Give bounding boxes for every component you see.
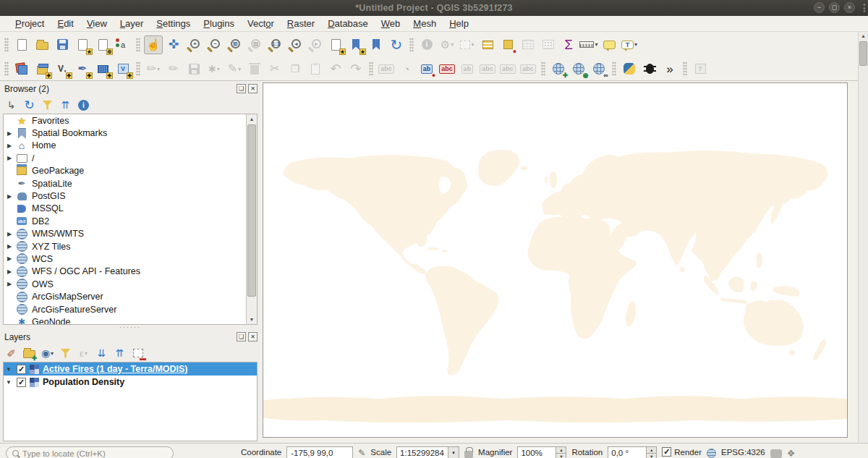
minimize-button[interactable]: − (814, 2, 825, 13)
expand-arrow-icon[interactable]: ▶ (7, 231, 16, 237)
browser-item-home[interactable]: ▶Home (4, 140, 257, 152)
browser-close-button[interactable] (248, 84, 258, 93)
expand-arrow-icon[interactable]: ▶ (7, 281, 16, 287)
browser-scrollbar[interactable]: ▲ ▼ (246, 114, 257, 324)
toolbar-grip[interactable] (136, 62, 140, 76)
measure-line-icon[interactable]: ▾ (579, 35, 598, 54)
text-annotation-icon[interactable]: T▾ (620, 35, 639, 54)
layer-labeling-options-icon[interactable]: ab● (417, 59, 436, 78)
add-selected-layers-icon[interactable]: ↳ (4, 98, 19, 113)
browser-item-db2[interactable]: DB2 (4, 215, 257, 227)
browser-item-wms-wmts[interactable]: ▶WMS/WMTS (4, 228, 257, 240)
spin-down-icon[interactable]: ▼ (556, 454, 566, 458)
expand-arrow-icon[interactable]: ▶ (7, 243, 16, 250)
menu-view[interactable]: View (80, 16, 114, 32)
crs-globe-icon[interactable] (707, 449, 716, 458)
layer-visibility-checkbox[interactable] (17, 378, 26, 387)
menu-project[interactable]: Project (9, 16, 51, 32)
show-layout-manager-icon[interactable]: ⚙ (93, 35, 112, 54)
expand-arrow-icon[interactable]: ▶ (7, 193, 16, 200)
notifications-icon[interactable] (787, 446, 796, 458)
layer-row[interactable]: ▼Population Density (4, 376, 257, 389)
collapse-arrow-icon[interactable]: ▼ (6, 379, 13, 386)
new-virtual-layer-icon[interactable]: ✚ (93, 59, 112, 78)
lock-scale-icon[interactable] (464, 451, 473, 458)
zoom-in-icon[interactable]: + (184, 35, 203, 54)
new-print-layout-icon[interactable]: ★ (73, 35, 92, 54)
locator-search-input[interactable]: Type to locate (Ctrl+K) (6, 446, 174, 458)
scale-combo[interactable]: 1:15299284 (396, 446, 459, 458)
remove-layer-icon[interactable]: ▬ (130, 346, 145, 361)
refresh-map-icon[interactable]: ↻ (387, 35, 406, 54)
metasearch-icon[interactable]: ∞ (590, 59, 608, 78)
data-source-manager-icon[interactable] (12, 59, 31, 78)
menu-raster[interactable]: Raster (281, 16, 321, 32)
menu-layer[interactable]: Layer (114, 16, 150, 32)
show-spatial-bookmarks-icon[interactable] (367, 35, 386, 54)
zoom-out-icon[interactable]: − (205, 35, 224, 54)
expand-all-icon[interactable]: ⇊ (94, 346, 109, 361)
browser-item-wfs-ogc-api-features[interactable]: ▶WFS / OGC API - Features (4, 266, 257, 278)
toolbar-grip[interactable] (409, 38, 414, 52)
browser-float-button[interactable] (237, 84, 246, 93)
toolbar-grip[interactable] (136, 38, 140, 52)
scrollbar-thumb[interactable] (859, 41, 867, 66)
layer-row[interactable]: ▼Active Fires (1 day - Terra/MODIS) (4, 362, 257, 376)
menu-mesh[interactable]: Mesh (407, 16, 443, 32)
layer-diagram-options-icon[interactable]: abc (438, 59, 456, 78)
browser-item-[interactable]: ▶/ (4, 152, 257, 164)
select-features-by-value-icon[interactable] (478, 35, 497, 54)
zoom-native-resolution-icon[interactable]: 1:1 (265, 35, 284, 54)
browser-item-postgis[interactable]: ▶PostGIS (4, 190, 257, 202)
save-project-icon[interactable] (53, 35, 72, 54)
style-manager-icon[interactable]: a (114, 35, 132, 54)
layers-float-button[interactable] (237, 332, 246, 342)
browser-item-geopackage[interactable]: GeoPackage (4, 165, 257, 177)
close-button[interactable]: × (844, 2, 855, 13)
chevron-down-icon[interactable] (448, 447, 459, 458)
browser-item-geonode[interactable]: GeoNode (4, 315, 257, 325)
search-catalog-icon[interactable]: ◉ (569, 59, 588, 78)
coordinate-input[interactable]: -175,9 99,0 (286, 446, 353, 458)
zoom-full-extent-icon[interactable]: ⊞ (225, 35, 244, 54)
scroll-up-icon[interactable]: ▲ (247, 114, 257, 124)
new-spatialite-layer-icon[interactable]: ✒✚ (73, 59, 92, 78)
deselect-features-icon[interactable]: ● (498, 35, 517, 54)
rotation-spinner[interactable]: 0,0 ° ▲▼ (608, 446, 657, 458)
toolbar-grip[interactable] (683, 62, 687, 76)
messages-icon[interactable] (770, 449, 782, 458)
browser-item-favorites[interactable]: Favorites (4, 114, 257, 127)
layer-visibility-checkbox[interactable] (17, 365, 26, 374)
open-project-icon[interactable] (33, 35, 51, 54)
scroll-down-icon[interactable]: ▼ (247, 315, 257, 324)
expand-arrow-icon[interactable]: ▶ (7, 143, 16, 149)
expand-arrow-icon[interactable]: ▶ (7, 268, 16, 275)
menu-vector[interactable]: Vector (241, 16, 281, 32)
expand-arrow-icon[interactable]: ▶ (7, 255, 16, 262)
browser-item-xyz-tiles[interactable]: ▶XYZ Tiles (4, 240, 257, 253)
spin-up-icon[interactable]: ▲ (647, 447, 656, 454)
browser-item-spatial-bookmarks[interactable]: ▶Spatial Bookmarks (4, 127, 257, 139)
manage-map-themes-icon[interactable]: ◉▾ (40, 346, 55, 361)
toolbar-grip[interactable] (612, 62, 616, 76)
expand-arrow-icon[interactable]: ▶ (7, 155, 16, 161)
window-scrollbar[interactable]: ▲ (858, 32, 868, 458)
collapse-arrow-icon[interactable]: ▼ (6, 366, 13, 373)
map-tips-icon[interactable] (600, 35, 618, 54)
collapse-all-icon[interactable]: ⇈ (58, 98, 73, 113)
python-console-icon[interactable] (620, 59, 639, 78)
spin-down-icon[interactable]: ▼ (647, 454, 656, 458)
debug-tools-icon[interactable] (640, 59, 659, 78)
new-spatial-bookmark-icon[interactable]: ★ (346, 35, 365, 54)
menu-web[interactable]: Web (375, 16, 407, 32)
browser-item-ows[interactable]: ▶OWS (4, 278, 257, 290)
menu-help[interactable]: Help (443, 16, 475, 32)
filter-legend-icon[interactable] (58, 346, 73, 361)
filter-browser-icon[interactable] (40, 98, 55, 113)
open-layer-styling-icon[interactable]: ✐ (4, 346, 19, 361)
refresh-browser-icon[interactable]: ↻ (22, 98, 37, 113)
extents-toggle-icon[interactable] (358, 446, 365, 458)
new-memory-layer-icon[interactable]: V✚ (114, 59, 132, 78)
collapse-all-layers-icon[interactable]: ⇈ (112, 346, 127, 361)
pan-map-icon[interactable]: ☝ (144, 35, 163, 54)
